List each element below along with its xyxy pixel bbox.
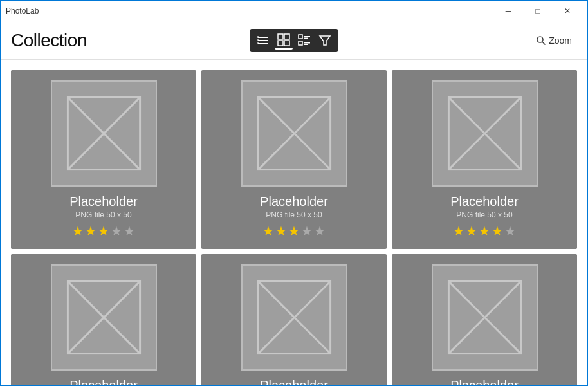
star-empty: ★ — [504, 223, 516, 239]
svg-rect-11 — [304, 36, 310, 37]
grid-item[interactable]: PlaceholderPNG file 50 x 50★★★★★ — [201, 254, 387, 385]
item-meta: PNG file 50 x 50 — [266, 210, 322, 219]
grid-item[interactable]: PlaceholderPNG file 50 x 50★★★★★ — [11, 254, 196, 385]
view-buttons — [250, 29, 338, 52]
svg-rect-4 — [257, 39, 259, 41]
item-title: Placeholder — [450, 378, 519, 385]
svg-rect-8 — [278, 41, 283, 46]
title-bar: PhotoLab ─ □ ✕ — [1, 1, 587, 21]
svg-rect-3 — [257, 36, 259, 38]
item-stars: ★★★★★ — [453, 223, 516, 239]
app-title: PhotoLab — [6, 6, 493, 15]
star-empty: ★ — [111, 223, 122, 239]
toolbar: Collection — [1, 21, 587, 60]
item-stars: ★★★★★ — [72, 223, 135, 239]
grid-view-icon — [277, 33, 290, 46]
minimize-icon: ─ — [506, 6, 511, 15]
star-filled: ★ — [288, 223, 300, 239]
item-title: Placeholder — [450, 194, 519, 209]
svg-rect-0 — [258, 37, 268, 38]
svg-rect-6 — [278, 34, 283, 39]
svg-marker-16 — [320, 36, 330, 45]
item-title: Placeholder — [260, 194, 328, 209]
view-filter-button[interactable] — [316, 32, 334, 50]
item-title: Placeholder — [260, 378, 328, 385]
star-empty: ★ — [314, 223, 326, 239]
image-grid: PlaceholderPNG file 50 x 50★★★★★ Placeho… — [11, 70, 577, 385]
svg-rect-1 — [258, 40, 268, 41]
grid-item[interactable]: PlaceholderPNG file 50 x 50★★★★★ — [392, 70, 577, 249]
list-view-icon — [257, 34, 270, 47]
maximize-icon: □ — [535, 6, 540, 15]
maximize-button[interactable]: □ — [523, 1, 553, 21]
star-empty: ★ — [301, 223, 313, 239]
search-icon — [536, 35, 546, 46]
placeholder-image — [241, 264, 347, 371]
view-details-button[interactable] — [295, 32, 313, 50]
item-meta: PNG file 50 x 50 — [456, 210, 512, 219]
item-stars: ★★★★★ — [262, 223, 326, 239]
view-toggle-group — [250, 29, 338, 52]
svg-rect-12 — [304, 37, 308, 39]
grid-item[interactable]: PlaceholderPNG file 50 x 50★★★★★ — [392, 254, 577, 385]
star-filled: ★ — [466, 223, 477, 239]
svg-rect-9 — [284, 41, 289, 46]
window-controls: ─ □ ✕ — [493, 1, 582, 21]
details-view-icon — [298, 34, 311, 47]
svg-point-17 — [537, 37, 543, 42]
svg-rect-7 — [284, 34, 289, 39]
close-button[interactable]: ✕ — [553, 1, 582, 21]
close-icon: ✕ — [564, 6, 571, 15]
placeholder-image — [51, 264, 157, 371]
star-filled: ★ — [492, 223, 503, 239]
content-area: PlaceholderPNG file 50 x 50★★★★★ Placeho… — [1, 60, 587, 385]
item-title: Placeholder — [69, 378, 138, 385]
star-filled: ★ — [453, 223, 464, 239]
svg-rect-10 — [299, 35, 302, 39]
svg-rect-5 — [257, 42, 259, 44]
view-list-button[interactable] — [254, 32, 272, 50]
svg-rect-14 — [304, 42, 310, 44]
placeholder-image — [51, 80, 157, 187]
grid-item[interactable]: PlaceholderPNG file 50 x 50★★★★★ — [201, 70, 387, 249]
view-grid-button[interactable] — [275, 32, 293, 50]
svg-line-18 — [542, 42, 546, 45]
filter-icon — [318, 34, 331, 47]
svg-rect-15 — [304, 44, 308, 45]
star-filled: ★ — [72, 223, 84, 239]
grid-item[interactable]: PlaceholderPNG file 50 x 50★★★★★ — [11, 70, 196, 249]
star-filled: ★ — [98, 223, 109, 239]
placeholder-image — [241, 80, 347, 187]
star-empty: ★ — [124, 223, 135, 239]
placeholder-image — [432, 80, 538, 187]
star-filled: ★ — [479, 223, 490, 239]
placeholder-image — [432, 264, 538, 371]
svg-rect-2 — [258, 43, 268, 44]
toolbar-right: Zoom — [531, 33, 577, 48]
zoom-label: Zoom — [549, 35, 572, 46]
star-filled: ★ — [262, 223, 274, 239]
app-window: PhotoLab ─ □ ✕ Collection — [0, 0, 588, 386]
minimize-button[interactable]: ─ — [493, 1, 523, 21]
item-title: Placeholder — [69, 194, 138, 209]
item-meta: PNG file 50 x 50 — [75, 210, 131, 219]
star-filled: ★ — [85, 223, 96, 239]
svg-rect-13 — [299, 41, 302, 45]
star-filled: ★ — [275, 223, 287, 239]
page-title: Collection — [11, 30, 87, 51]
zoom-button[interactable]: Zoom — [531, 33, 577, 48]
